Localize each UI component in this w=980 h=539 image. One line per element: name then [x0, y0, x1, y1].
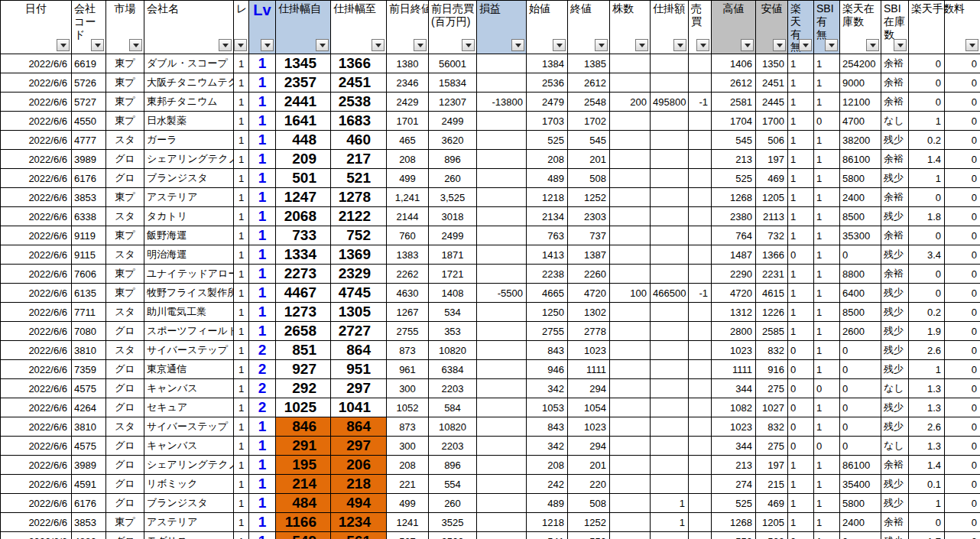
- cell-profit_loss[interactable]: [477, 265, 527, 284]
- cell-shares[interactable]: [610, 398, 651, 417]
- cell-trade[interactable]: [689, 150, 712, 169]
- cell-prev_trading_value[interactable]: 15834: [429, 73, 477, 93]
- cell-company_name[interactable]: 大阪チタニウムテク: [144, 73, 234, 93]
- cell-high[interactable]: 1487: [712, 245, 756, 265]
- cell-close[interactable]: 4720: [568, 284, 610, 303]
- cell-sbi_stock[interactable]: 残少: [881, 322, 909, 341]
- cell-entry_width_to[interactable]: 1041: [331, 398, 387, 417]
- cell-open[interactable]: 342: [527, 437, 568, 456]
- cell-market[interactable]: 東プ: [106, 513, 144, 532]
- cell-extra[interactable]: 0: [945, 245, 980, 265]
- cell-rakuten_stock[interactable]: 35400: [840, 475, 881, 494]
- cell-level[interactable]: 1: [234, 188, 249, 207]
- cell-lv[interactable]: 1: [249, 150, 276, 169]
- cell-shares[interactable]: [610, 265, 651, 284]
- cell-level[interactable]: 1: [234, 494, 249, 513]
- cell-extra[interactable]: 0: [945, 207, 980, 226]
- cell-lv[interactable]: 1: [249, 131, 276, 150]
- cell-prev_trading_value[interactable]: 2502: [429, 532, 477, 539]
- cell-market[interactable]: スタ: [106, 303, 144, 322]
- cell-market[interactable]: グロ: [106, 150, 144, 169]
- cell-sbi_avail[interactable]: 1: [814, 93, 840, 112]
- cell-sbi_avail[interactable]: 1: [814, 475, 840, 494]
- cell-level[interactable]: 1: [234, 93, 249, 112]
- cell-sbi_stock[interactable]: 余裕: [881, 150, 909, 169]
- cell-trade[interactable]: [689, 437, 712, 456]
- filter-dropdown-button[interactable]: [261, 39, 274, 51]
- cell-date[interactable]: 2022/6/6: [1, 475, 72, 494]
- cell-rakuten_avail[interactable]: 0: [788, 532, 814, 539]
- cell-shares[interactable]: [610, 494, 651, 513]
- cell-prev_close[interactable]: 1380: [387, 54, 429, 73]
- cell-entry_amount[interactable]: 466500: [651, 284, 689, 303]
- cell-low[interactable]: 469: [756, 169, 788, 188]
- cell-entry_width_from[interactable]: 292: [276, 379, 331, 398]
- cell-rakuten_stock[interactable]: 86100: [840, 150, 881, 169]
- cell-extra[interactable]: 0: [945, 265, 980, 284]
- cell-trade[interactable]: [689, 265, 712, 284]
- filter-dropdown-button[interactable]: [773, 39, 786, 51]
- cell-high[interactable]: 550: [712, 532, 756, 539]
- cell-open[interactable]: 1413: [527, 245, 568, 265]
- cell-high[interactable]: 344: [712, 379, 756, 398]
- cell-prev_trading_value[interactable]: 3525: [429, 513, 477, 532]
- cell-sbi_stock[interactable]: 余裕: [881, 93, 909, 112]
- cell-company_name[interactable]: アステリア: [144, 188, 234, 207]
- cell-entry_amount[interactable]: [651, 54, 689, 73]
- cell-entry_width_to[interactable]: 2122: [331, 207, 387, 226]
- cell-entry_width_to[interactable]: 460: [331, 131, 387, 150]
- cell-sbi_avail[interactable]: 1: [814, 456, 840, 475]
- cell-company_code[interactable]: 4575: [72, 379, 106, 398]
- cell-company_name[interactable]: サイバーステップ: [144, 417, 234, 437]
- cell-sbi_avail[interactable]: 1: [814, 494, 840, 513]
- cell-sbi_stock[interactable]: 余裕: [881, 54, 909, 73]
- cell-prev_trading_value[interactable]: 896: [429, 456, 477, 475]
- cell-rakuten_avail[interactable]: 1: [788, 475, 814, 494]
- cell-low[interactable]: 832: [756, 341, 788, 360]
- filter-dropdown-button[interactable]: [316, 39, 329, 51]
- cell-close[interactable]: 201: [568, 456, 610, 475]
- cell-date[interactable]: 2022/6/6: [1, 73, 72, 93]
- cell-rakuten_fee[interactable]: 1.9: [909, 322, 945, 341]
- cell-market[interactable]: グロ: [106, 379, 144, 398]
- cell-sbi_stock[interactable]: 残少: [881, 207, 909, 226]
- cell-level[interactable]: 1: [234, 379, 249, 398]
- cell-entry_width_to[interactable]: 2538: [331, 93, 387, 112]
- cell-low[interactable]: 2451: [756, 73, 788, 93]
- cell-market[interactable]: 東プ: [106, 284, 144, 303]
- cell-date[interactable]: 2022/6/6: [1, 131, 72, 150]
- filter-dropdown-button[interactable]: [894, 39, 907, 51]
- cell-rakuten_fee[interactable]: 1.3: [909, 437, 945, 456]
- cell-prev_trading_value[interactable]: 2499: [429, 112, 477, 131]
- cell-date[interactable]: 2022/6/6: [1, 494, 72, 513]
- cell-profit_loss[interactable]: [477, 360, 527, 379]
- cell-extra[interactable]: 0: [945, 150, 980, 169]
- cell-market[interactable]: グロ: [106, 322, 144, 341]
- cell-level[interactable]: 1: [234, 341, 249, 360]
- cell-market[interactable]: グロ: [106, 475, 144, 494]
- cell-rakuten_avail[interactable]: 1: [788, 322, 814, 341]
- cell-shares[interactable]: [610, 475, 651, 494]
- cell-extra[interactable]: 0: [945, 169, 980, 188]
- cell-sbi_avail[interactable]: 1: [814, 169, 840, 188]
- filter-dropdown-button[interactable]: [595, 39, 608, 51]
- cell-lv[interactable]: 2: [249, 398, 276, 417]
- cell-entry_width_from[interactable]: 209: [276, 150, 331, 169]
- cell-open[interactable]: 208: [527, 150, 568, 169]
- cell-rakuten_avail[interactable]: 1: [788, 188, 814, 207]
- cell-low[interactable]: 2585: [756, 322, 788, 341]
- cell-high[interactable]: 344: [712, 437, 756, 456]
- cell-rakuten_avail[interactable]: 1: [788, 456, 814, 475]
- cell-sbi_stock[interactable]: 余裕: [881, 73, 909, 93]
- cell-market[interactable]: スタ: [106, 417, 144, 437]
- cell-profit_loss[interactable]: -13800: [477, 93, 527, 112]
- cell-trade[interactable]: [689, 322, 712, 341]
- cell-rakuten_avail[interactable]: 0: [788, 360, 814, 379]
- cell-high[interactable]: 1406: [712, 54, 756, 73]
- cell-close[interactable]: 737: [568, 226, 610, 245]
- filter-dropdown-button[interactable]: [414, 39, 427, 51]
- cell-close[interactable]: 508: [568, 169, 610, 188]
- cell-high[interactable]: 545: [712, 131, 756, 150]
- cell-company_name[interactable]: 助川電気工業: [144, 303, 234, 322]
- cell-low[interactable]: 1027: [756, 398, 788, 417]
